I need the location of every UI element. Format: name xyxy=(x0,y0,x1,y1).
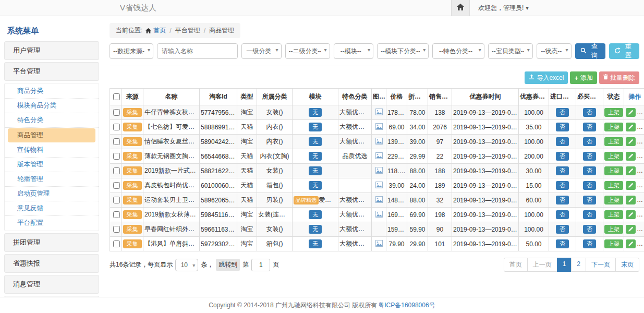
sidebar-group-item[interactable]: 用户管理 xyxy=(4,41,99,60)
add-label: 添加 xyxy=(580,74,593,82)
row-checkbox[interactable] xyxy=(113,138,120,145)
edit-button[interactable] xyxy=(626,225,636,234)
must-buy-badge[interactable]: 否 xyxy=(583,166,596,176)
per-page-select[interactable]: 10 xyxy=(175,259,198,271)
sidebar-subitem[interactable]: 特色分类 xyxy=(5,113,99,128)
must-buy-badge[interactable]: 否 xyxy=(583,137,596,147)
sidebar-group-item[interactable]: 消息管理 xyxy=(4,275,99,294)
search-button[interactable]: 查询 xyxy=(575,43,605,59)
sidebar-subitem[interactable]: 平台配置 xyxy=(5,216,99,230)
select-all-checkbox[interactable] xyxy=(113,93,120,100)
pager-button[interactable]: 上一页 xyxy=(527,258,557,272)
import-select-badge[interactable]: 否 xyxy=(556,108,569,117)
edit-button[interactable] xyxy=(626,196,636,204)
status-badge[interactable]: 上架 xyxy=(604,137,623,147)
user-menu[interactable]: 欢迎您，管理员! xyxy=(478,4,529,13)
sidebar-subitem[interactable]: 轮播管理 xyxy=(5,172,99,187)
pager-button[interactable]: 首页 xyxy=(504,258,528,272)
reset-button[interactable]: 重置 xyxy=(609,43,639,59)
coupon-time: 2019-09-13—2019-09-15 xyxy=(452,193,519,208)
sales-count: 188 xyxy=(428,164,452,178)
pager-button[interactable]: 1 xyxy=(557,258,572,272)
status-badge[interactable]: 上架 xyxy=(604,123,623,132)
jump-page-input[interactable] xyxy=(251,259,270,271)
sidebar-subitem[interactable]: 意见反馈 xyxy=(5,201,99,216)
icp-link[interactable]: 粤ICP备16098006号 xyxy=(378,301,435,310)
sidebar-group-item[interactable]: 省惠快报 xyxy=(4,254,99,273)
must-buy-badge[interactable]: 否 xyxy=(583,225,596,234)
import-excel-button[interactable]: 导入excel xyxy=(525,71,568,84)
name-search-input[interactable] xyxy=(157,43,238,59)
import-select-badge[interactable]: 否 xyxy=(556,239,569,249)
row-checkbox[interactable] xyxy=(113,240,120,247)
row-checkbox[interactable] xyxy=(113,226,120,233)
import-select-badge[interactable]: 否 xyxy=(556,123,569,132)
must-buy-badge[interactable]: 否 xyxy=(583,123,596,132)
sidebar-subitem-active[interactable]: 商品管理 xyxy=(8,128,95,142)
status-badge[interactable]: 上架 xyxy=(604,152,623,161)
row-checkbox[interactable] xyxy=(113,182,120,189)
sidebar-subitem[interactable]: 模块商品分类 xyxy=(5,99,99,113)
must-buy-badge-cell: 否 xyxy=(576,208,603,222)
import-select-badge[interactable]: 否 xyxy=(556,152,569,161)
row-checkbox[interactable] xyxy=(113,197,120,203)
batch-delete-button[interactable]: 批量删除 xyxy=(599,71,639,84)
row-checkbox[interactable] xyxy=(113,211,120,218)
level1-category-select[interactable]: 一级分类 xyxy=(241,43,281,59)
must-buy-badge[interactable]: 否 xyxy=(583,210,596,220)
must-buy-badge[interactable]: 否 xyxy=(583,152,596,161)
row-checkbox[interactable] xyxy=(113,153,120,160)
edit-button[interactable] xyxy=(626,108,636,117)
edit-button[interactable] xyxy=(626,123,636,131)
status-badge[interactable]: 上架 xyxy=(604,108,623,117)
sidebar-group-item[interactable]: 拼团管理 xyxy=(4,233,99,252)
edit-button[interactable] xyxy=(626,137,636,146)
must-buy-badge[interactable]: 否 xyxy=(583,181,596,190)
feature-select[interactable]: --特色分类-- xyxy=(432,43,484,59)
pager-button[interactable]: 下一页 xyxy=(586,258,616,272)
edit-button[interactable] xyxy=(626,210,636,219)
edit-button[interactable] xyxy=(626,152,636,161)
sidebar-subitem[interactable]: 宣传物料 xyxy=(5,143,99,158)
sidebar-subitem[interactable]: 版本管理 xyxy=(5,158,99,172)
import-select-badge[interactable]: 否 xyxy=(556,210,569,220)
product-category: 女装() xyxy=(257,222,293,237)
item-type-select[interactable]: --宝贝类型-- xyxy=(488,43,533,59)
must-buy-badge[interactable]: 否 xyxy=(583,108,596,117)
status-select[interactable]: --状态-- xyxy=(537,43,572,59)
import-select-badge[interactable]: 否 xyxy=(556,181,569,190)
import-select-badge[interactable]: 否 xyxy=(556,166,569,176)
import-select-badge[interactable]: 否 xyxy=(556,225,569,234)
module-select[interactable]: --模块-- xyxy=(334,43,373,59)
edit-button[interactable] xyxy=(626,166,636,175)
row-checkbox[interactable] xyxy=(113,124,120,130)
must-buy-badge[interactable]: 否 xyxy=(583,196,596,205)
pager-button[interactable]: 末页 xyxy=(615,258,639,272)
level2-category-select[interactable]: --二级分类-- xyxy=(285,43,330,59)
sidebar-group-item[interactable]: 平台管理 xyxy=(4,62,99,81)
add-button[interactable]: + 添加 xyxy=(570,71,597,84)
row-checkbox[interactable] xyxy=(113,109,120,116)
edit-button[interactable] xyxy=(626,239,636,248)
import-select-badge[interactable]: 否 xyxy=(556,196,569,205)
status-badge[interactable]: 上架 xyxy=(604,196,623,205)
import-select-badge[interactable]: 否 xyxy=(556,137,569,147)
status-badge[interactable]: 上架 xyxy=(604,239,623,249)
status-badge[interactable]: 上架 xyxy=(604,166,623,176)
status-badge[interactable]: 上架 xyxy=(604,225,623,234)
breadcrumb-home-link[interactable]: 首页 xyxy=(153,26,166,35)
status-badge[interactable]: 上架 xyxy=(604,210,623,220)
module-sub-select[interactable]: --模块下分类-- xyxy=(377,43,429,59)
pager-button[interactable]: 2 xyxy=(571,258,586,272)
sidebar-subitem[interactable]: 商品分类 xyxy=(5,84,99,99)
status-badge[interactable]: 上架 xyxy=(604,181,623,190)
home-button[interactable] xyxy=(451,0,470,16)
status-cell: 上架 xyxy=(603,208,624,222)
ops-cell xyxy=(624,149,644,164)
row-checkbox[interactable] xyxy=(113,167,120,174)
must-buy-badge[interactable]: 否 xyxy=(583,239,596,249)
source-select[interactable]: --数据来源-- xyxy=(110,43,153,59)
jump-button[interactable]: 跳转到 xyxy=(216,259,240,271)
sidebar-subitem[interactable]: 启动页管理 xyxy=(5,187,99,201)
edit-button[interactable] xyxy=(626,181,636,190)
